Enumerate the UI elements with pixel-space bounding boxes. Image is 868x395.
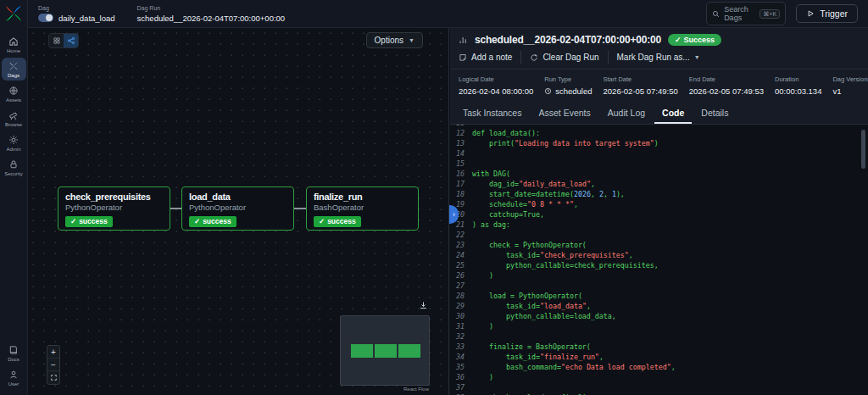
airflow-app: Home Dags Assets Browse Admin Security D… (0, 0, 868, 395)
dag-pause-toggle[interactable] (38, 14, 53, 22)
trigger-label: Trigger (820, 8, 848, 19)
sidebar-item-browse[interactable]: Browse (2, 107, 26, 130)
sidebar-item-dags[interactable]: Dags (2, 58, 26, 81)
code-line: 13 print("Loading data into target syste… (453, 138, 868, 148)
code-line: 23 check = PythonOperator( (453, 240, 868, 250)
search-placeholder: Search Dags (724, 5, 755, 22)
field-end-date: End Date 2026-02-05 07:49:53 (689, 75, 764, 96)
code-line: 34 task_id="finalize_run", (453, 352, 868, 362)
code-line: 31 ) (453, 321, 868, 331)
minimap-node (375, 344, 397, 358)
sidebar-item-docs[interactable]: Docs (2, 342, 26, 364)
sidebar: Home Dags Assets Browse Admin Security D… (0, 0, 28, 395)
code-viewer: 1112def load_data():13 print("Loading da… (450, 125, 868, 395)
code-line: 16with DAG( (453, 169, 868, 179)
bar-chart-icon (459, 36, 468, 45)
tab-task-instances[interactable]: Task Instances (455, 103, 529, 124)
sidebar-item-admin[interactable]: Admin (2, 131, 26, 154)
tab-details[interactable]: Details (693, 103, 736, 124)
graph-panel: Options ▼ check_prerequisites PythonOper… (28, 28, 449, 395)
run-tabs: Task Instances Asset Events Audit Log Co… (450, 103, 868, 125)
scrollbar-thumb[interactable] (861, 130, 865, 169)
code-line: 26 ) (453, 270, 868, 281)
task-operator: PythonOperator (189, 203, 287, 212)
dag-breadcrumb: Dag daily_data_load (38, 5, 115, 23)
code-line: 15 (453, 159, 868, 169)
grid-icon (53, 36, 61, 45)
dag-name[interactable]: daily_data_load (58, 14, 115, 23)
sidebar-item-label: Admin (6, 147, 20, 152)
add-note-button[interactable]: Add a note (459, 51, 520, 64)
topbar-right: Search Dags ⌘+K Trigger (706, 2, 858, 25)
toggle-knob (46, 14, 53, 21)
task-operator: BashOperator (314, 203, 411, 212)
dag-label: Dag (38, 5, 115, 11)
sidebar-item-home[interactable]: Home (2, 33, 26, 56)
dag-run-breadcrumb: Dag Run scheduled__2026-02-04T07:00:00+0… (137, 5, 286, 23)
sidebar-item-label: Browse (5, 122, 22, 127)
airflow-logo (5, 5, 22, 25)
field-run-type: Run Type scheduled (544, 75, 592, 96)
dag-run-label: Dag Run (137, 5, 286, 11)
trigger-button[interactable]: Trigger (796, 4, 858, 23)
code-line: 14 (453, 148, 868, 159)
mark-dag-run-as-button[interactable]: Mark Dag Run as... ▼ (608, 51, 709, 64)
sidebar-item-assets[interactable]: Assets (2, 82, 26, 105)
zoom-out-button[interactable]: − (47, 359, 59, 371)
sidebar-item-label: User (8, 381, 19, 387)
run-title: scheduled__2026-02-04T07:00:00+00:00 (475, 34, 661, 46)
graph-view-button[interactable] (64, 34, 78, 47)
top-header: Dag daily_data_load Dag Run scheduled__2… (28, 0, 868, 28)
grid-view-button[interactable] (49, 34, 64, 47)
field-start-date: Start Date 2026-02-05 07:49:50 (604, 75, 678, 96)
telescope-icon (8, 110, 19, 120)
clear-dag-run-button[interactable]: Clear Dag Run (520, 51, 607, 64)
task-title: finalize_run (314, 192, 411, 202)
lock-icon (8, 159, 19, 170)
reactflow-attribution[interactable]: React Flow (401, 386, 431, 392)
task-status-badge: ✓success (314, 216, 361, 227)
pinwheel-icon (8, 61, 19, 71)
code-line: 22 (453, 230, 868, 240)
minimap[interactable] (340, 315, 430, 386)
download-button[interactable] (419, 301, 428, 310)
options-label: Options (375, 36, 403, 45)
code-line: 28 load = PythonOperator( (453, 291, 868, 301)
code-line: 12def load_data(): (453, 128, 868, 138)
run-actions: Add a note Clear Dag Run Mark Dag Run as… (450, 51, 868, 70)
sidebar-item-label: Dags (8, 73, 19, 78)
sidebar-item-label: Home (7, 48, 20, 53)
tab-asset-events[interactable]: Asset Events (531, 103, 598, 124)
minimap-node (398, 344, 420, 358)
options-button[interactable]: Options ▼ (366, 32, 423, 48)
sidebar-bottom: Docs User (0, 342, 27, 391)
play-icon (806, 9, 815, 18)
dag-run-id[interactable]: scheduled__2026-02-04T07:00:00+00:00 (137, 14, 286, 23)
code-line: 19 schedule="0 8 * * *", (453, 199, 868, 209)
run-detail-panel: › scheduled__2026-02-04T07:00:00+00:00 ✓… (450, 28, 868, 395)
search-shortcut: ⌘+K (760, 9, 780, 19)
code-line: 36 ) (453, 372, 868, 382)
sidebar-item-label: Assets (6, 97, 21, 103)
code-line: 17 dag_id="daily_data_load", (453, 179, 868, 189)
code-line: 29 task_id="load_data", (453, 301, 868, 311)
tab-code[interactable]: Code (654, 103, 692, 124)
task-node-finalize-run[interactable]: finalize_run BashOperator ✓success (306, 186, 419, 231)
fit-view-icon (50, 374, 58, 381)
book-icon (8, 345, 19, 355)
field-logical-date: Logical Date 2026-02-04 08:00:00 (459, 75, 533, 96)
chevron-down-icon: ▼ (409, 37, 415, 43)
code-line: 32 (453, 331, 868, 342)
task-node-load-data[interactable]: load_data PythonOperator ✓success (181, 186, 294, 231)
tab-audit-log[interactable]: Audit Log (600, 103, 653, 124)
sidebar-item-security[interactable]: Security (2, 156, 26, 179)
task-node-check-prerequisites[interactable]: check_prerequisites PythonOperator ✓succ… (58, 186, 170, 231)
sidebar-item-user[interactable]: User (2, 366, 26, 389)
sidebar-item-label: Security (4, 171, 23, 176)
search-input[interactable]: Search Dags ⌘+K (706, 2, 786, 25)
zoom-in-button[interactable]: + (47, 346, 59, 359)
code-line: 27 (453, 281, 868, 291)
home-icon (8, 36, 19, 47)
sidebar-item-label: Docs (8, 357, 19, 362)
fit-view-button[interactable] (47, 371, 59, 384)
